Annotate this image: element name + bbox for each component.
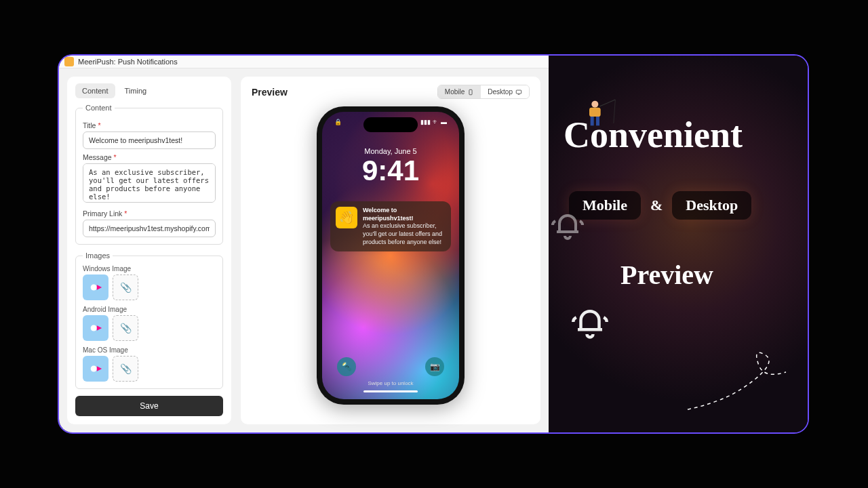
macos-image-label: Mac OS Image [83,346,151,354]
app-logo-icon [64,57,74,66]
mobile-icon [467,89,474,96]
flashlight-icon: 🔦 [337,357,356,376]
phone-time: 9:41 [322,157,459,185]
tab-timing[interactable]: Timing [118,83,154,98]
notification-title: Welcome to meeripushv1test! [363,207,446,222]
svg-point-0 [91,284,97,290]
wifi-icon: ᯤ [433,119,439,125]
link-label: Primary Link * [83,209,216,218]
phone-notch [363,117,418,132]
message-label: Message * [83,153,216,161]
save-button[interactable]: Save [75,396,223,416]
bell-icon [572,304,608,340]
decorative-line-icon [684,342,800,416]
title-input[interactable] [83,131,216,149]
camera-icon: 📷 [425,357,444,376]
desktop-icon [515,89,522,96]
app-window: MeeriPush: Push Notifications Content Ti… [59,56,549,432]
svg-point-1 [91,325,97,331]
windows-image-attach-icon[interactable]: 📎 [113,274,138,300]
svg-rect-4 [516,90,521,94]
svg-point-5 [591,101,598,108]
notification-app-icon: 👋 [336,207,357,228]
preview-panel: Preview Mobile Desktop [241,77,540,424]
android-image-thumb[interactable] [83,315,108,341]
tab-content[interactable]: Content [75,83,115,98]
windows-image-label: Windows Image [83,265,151,272]
notification-card: 👋 Welcome to meeripushv1test! As an excl… [330,201,451,251]
lock-icon: 🔒 [334,119,342,125]
bell-icon [551,209,584,241]
window-title: MeeriPush: Push Notifications [78,58,178,66]
svg-rect-7 [591,117,594,125]
android-image-label: Android Image [83,306,151,313]
link-input[interactable] [83,220,216,237]
android-image-attach-icon[interactable]: 📎 [113,315,138,341]
svg-rect-8 [596,117,599,125]
content-legend: Content [83,104,115,112]
promo-panel: Convenient Mobile & Desktop Preview [549,56,808,432]
window-titlebar: MeeriPush: Push Notifications [59,56,549,68]
toggle-desktop[interactable]: Desktop [481,85,529,98]
svg-rect-3 [469,89,472,95]
battery-icon: ▬ [441,119,447,125]
promo-preview-text: Preview [620,259,797,291]
swipe-hint: Swipe up to unlock [322,380,459,386]
svg-point-2 [91,365,97,371]
toggle-mobile[interactable]: Mobile [438,85,481,98]
images-legend: Images [83,251,113,260]
title-label: Title * [83,121,216,129]
promo-pill-desktop: Desktop [672,191,751,220]
promo-ampersand: & [650,197,663,214]
images-fieldset: Images Windows Image 📎 [75,251,223,389]
notification-message: As an exclusive subscriber, you'll get o… [363,222,446,246]
signal-icon: ▮▮▮ [420,119,431,125]
phone-mockup: 🔒 ▮▮▮ ᯤ ▬ Monday, June 5 9:41 👋 [317,106,465,405]
form-panel: Content Timing Content Title * Message *… [67,77,231,424]
device-toggle: Mobile Desktop [437,85,530,99]
preview-heading: Preview [252,87,288,98]
message-input[interactable]: As an exclusive subscriber, you'll get o… [83,163,216,203]
content-fieldset: Content Title * Message * As an exclusiv… [75,104,223,245]
macos-image-attach-icon[interactable]: 📎 [113,356,138,382]
windows-image-thumb[interactable] [83,274,108,300]
home-indicator [363,390,418,392]
macos-image-thumb[interactable] [83,356,108,382]
fisherman-icon [583,96,616,130]
svg-rect-6 [589,108,601,117]
